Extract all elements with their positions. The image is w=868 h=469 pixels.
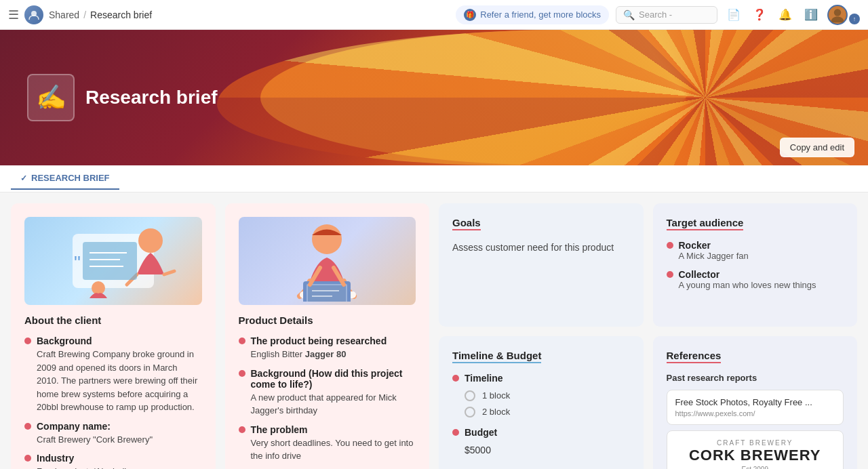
target-title-text: Target audience xyxy=(667,217,744,230)
goals-text: Assess customer need for this product xyxy=(452,240,630,255)
client-industry-item: Industry Food products/Alcoholic xyxy=(24,453,202,469)
budget-label-item: Budget xyxy=(452,427,630,438)
product-problem-text: Very short deadlines. You need to get in… xyxy=(251,436,416,463)
rocker-desc: A Mick Jagger fan xyxy=(679,251,749,261)
client-section-title: About the client xyxy=(24,314,202,326)
info-icon[interactable]: ℹ️ xyxy=(802,5,821,24)
hero-banner: ✍️ Research brief Copy and edit xyxy=(0,30,868,165)
bullet-dot xyxy=(24,338,31,344)
goals-card: Goals Assess customer need for this prod… xyxy=(439,203,644,327)
target-title: Target audience xyxy=(667,217,844,230)
breadcrumb: Shared / Research brief xyxy=(49,9,152,20)
cork-name: CORK BREWERY xyxy=(689,447,821,464)
rocker-label: Rocker xyxy=(679,240,749,251)
user-avatar[interactable] xyxy=(827,5,848,25)
target-audience-card: Target audience Rocker A Mick Jagger fan… xyxy=(653,203,858,327)
bullet-dot xyxy=(239,426,245,433)
block1-row: 1 block xyxy=(465,390,630,401)
client-background-item: Background Craft Brewing Company broke g… xyxy=(24,335,202,414)
refer-friend-button[interactable]: 🎁 Refer a friend, get more blocks xyxy=(456,5,609,24)
product-section-title: Product Details xyxy=(239,314,416,326)
bullet-dot xyxy=(239,338,245,344)
nav-right: 🎁 Refer a friend, get more blocks 🔍 Sear… xyxy=(456,5,860,25)
timeline-card: Timeline & Budget Timeline 1 block 2 blo… xyxy=(439,336,644,469)
industry-text: Food products/Alcoholic xyxy=(37,465,131,469)
hero-content: ✍️ Research brief xyxy=(0,74,245,121)
references-sub-title: Past research reports xyxy=(667,373,844,383)
hero-title: Research brief xyxy=(85,87,218,108)
budget-value: $5000 xyxy=(465,445,630,455)
target-collector-item: Collector A young man who loves new thin… xyxy=(667,269,844,290)
svg-point-12 xyxy=(92,281,105,295)
svg-text:": " xyxy=(74,252,81,273)
search-bar[interactable]: 🔍 Search - xyxy=(616,6,717,24)
tab-bar: ✓ RESEARCH BRIEF xyxy=(0,165,868,192)
timeline-title: Timeline & Budget xyxy=(452,350,630,363)
bullet-dot xyxy=(452,429,459,436)
goals-title-text: Goals xyxy=(452,217,481,230)
client-illustration: " xyxy=(24,217,202,305)
client-title-text: About the client xyxy=(24,314,101,326)
collector-desc: A young man who loves new things xyxy=(679,280,816,290)
references-title-text: References xyxy=(667,350,722,363)
references-title: References xyxy=(667,350,844,363)
doc-icon[interactable]: 📄 xyxy=(724,5,743,24)
block1-label: 1 block xyxy=(482,390,510,401)
industry-label: Industry xyxy=(37,453,131,464)
upgrade-badge: ↑ xyxy=(849,14,860,24)
background-label: Background xyxy=(37,335,202,346)
cork-brewery-card: CRAFT BREWERY CORK BREWERY ·Est 2009· xyxy=(667,430,844,469)
client-card: " About the client Background Craft Brew… xyxy=(11,203,216,469)
bullet-dot xyxy=(239,370,245,377)
tab-research-brief[interactable]: ✓ RESEARCH BRIEF xyxy=(11,167,119,190)
company-text: Craft Brewery "Cork Brewery" xyxy=(37,433,153,447)
breadcrumb-shared[interactable]: Shared xyxy=(49,9,79,20)
search-icon: 🔍 xyxy=(623,9,635,20)
bullet-dot xyxy=(24,423,31,430)
block1-radio[interactable] xyxy=(465,390,475,401)
ref-link-title: Free Stock Photos, Royalty Free ... xyxy=(675,397,835,407)
timeline-label: Timeline xyxy=(465,373,503,384)
bullet-dot xyxy=(24,455,31,462)
top-navigation: ☰ Shared / Research brief 🎁 Refer a frie… xyxy=(0,0,868,30)
svg-point-4 xyxy=(138,228,163,253)
workspace-avatar[interactable] xyxy=(24,5,43,24)
block2-radio[interactable] xyxy=(465,407,475,417)
ref-link-item[interactable]: Free Stock Photos, Royalty Free ... http… xyxy=(667,390,844,425)
product-card: Product Details The product being resear… xyxy=(225,203,430,469)
svg-point-13 xyxy=(312,224,342,254)
breadcrumb-current: Research brief xyxy=(90,9,152,20)
cork-sub: CRAFT BREWERY xyxy=(717,439,793,447)
bullet-dot xyxy=(452,375,459,382)
rocker-bullet: Rocker A Mick Jagger fan xyxy=(667,240,844,261)
product-illustration xyxy=(239,217,416,305)
product-title-text: Product Details xyxy=(239,314,313,326)
background-text: Craft Brewing Company broke ground in 20… xyxy=(37,348,202,414)
svg-rect-18 xyxy=(308,285,346,302)
refer-icon: 🎁 xyxy=(464,9,476,21)
collector-label: Collector xyxy=(679,269,816,280)
hero-icon: ✍️ xyxy=(27,74,75,121)
tab-label: RESEARCH BRIEF xyxy=(31,173,110,183)
main-content: " About the client Background Craft Brew… xyxy=(0,192,868,469)
ref-link-url: https://www.pexels.com/ xyxy=(675,409,835,417)
help-icon[interactable]: ❓ xyxy=(750,5,769,24)
hamburger-icon[interactable]: ☰ xyxy=(8,7,19,22)
bell-icon[interactable]: 🔔 xyxy=(776,5,795,24)
product-problem-item: The problem Very short deadlines. You ne… xyxy=(239,424,416,463)
svg-rect-7 xyxy=(83,242,137,280)
target-rocker-item: Rocker A Mick Jagger fan xyxy=(667,240,844,261)
breadcrumb-separator: / xyxy=(83,9,86,20)
nav-left: ☰ Shared / Research brief xyxy=(8,5,450,24)
refer-label: Refer a friend, get more blocks xyxy=(480,9,601,20)
tab-check-icon: ✓ xyxy=(20,174,27,183)
references-card: References Past research reports Free St… xyxy=(653,336,858,469)
goals-title: Goals xyxy=(452,217,630,230)
bullet-dot xyxy=(667,242,673,249)
product-problem-label: The problem xyxy=(251,424,416,435)
timeline-label-item: Timeline xyxy=(452,373,630,384)
cork-est: ·Est 2009· xyxy=(740,466,770,469)
hero-swirl-2 xyxy=(217,30,868,165)
copy-edit-button[interactable]: Copy and edit xyxy=(780,138,854,157)
bullet-dot xyxy=(667,271,673,278)
